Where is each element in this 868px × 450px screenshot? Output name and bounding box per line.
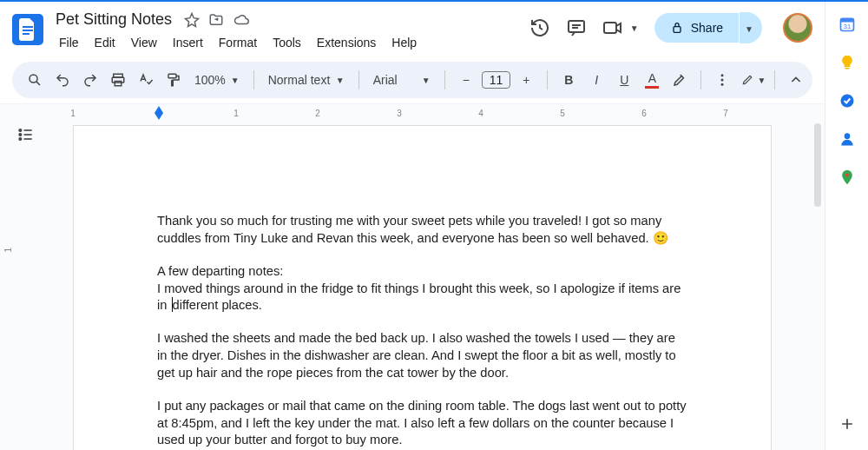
collapse-toolbar-icon[interactable]	[784, 68, 808, 92]
contacts-icon[interactable]	[838, 130, 856, 148]
ruler-num: 4	[478, 109, 483, 118]
meet-icon[interactable]: ▼	[602, 17, 639, 38]
paragraph[interactable]: I put any packages or mail that came on …	[157, 398, 687, 450]
paragraph[interactable]: I washed the sheets and made the bed bac…	[157, 330, 687, 382]
maps-icon[interactable]	[838, 169, 856, 186]
history-icon[interactable]	[529, 17, 550, 38]
editing-mode-icon[interactable]: ▼	[741, 68, 766, 92]
paragraph[interactable]: A few departing notes:I moved things aro…	[157, 263, 687, 315]
svg-point-12	[19, 134, 22, 136]
share-label: Share	[691, 21, 723, 35]
ruler-num: 2	[315, 109, 320, 118]
cloud-status-icon[interactable]	[233, 12, 250, 28]
svg-rect-17	[845, 68, 849, 69]
menu-extensions[interactable]: Extensions	[310, 32, 383, 53]
tasks-icon[interactable]	[838, 92, 856, 109]
search-icon[interactable]	[23, 68, 47, 92]
move-icon[interactable]	[208, 12, 224, 28]
indent-marker-left[interactable]	[155, 113, 163, 120]
menu-file[interactable]: File	[52, 32, 86, 53]
svg-point-20	[845, 173, 848, 176]
underline-icon[interactable]: U	[612, 68, 636, 92]
menu-help[interactable]: Help	[385, 32, 424, 53]
horizontal-ruler[interactable]: 1 1 2 3 4 5 6 7	[73, 104, 799, 118]
svg-rect-15	[840, 18, 853, 22]
svg-point-13	[19, 138, 22, 141]
spellcheck-icon[interactable]	[134, 68, 158, 92]
toolbar: 100%▼ Normal text▼ Arial▼ − 11 + B I U A…	[12, 62, 812, 98]
star-icon[interactable]	[184, 12, 200, 28]
font-value: Arial	[373, 73, 398, 87]
get-addons-icon[interactable]	[838, 415, 856, 433]
paragraph[interactable]: Thank you so much for trusting me with y…	[157, 213, 687, 248]
account-avatar[interactable]	[783, 13, 812, 43]
share-dropdown[interactable]: ▼	[740, 12, 762, 43]
svg-rect-0	[569, 21, 584, 32]
ruler-num: 3	[397, 109, 402, 118]
zoom-value: 100%	[194, 73, 226, 87]
italic-icon[interactable]: I	[584, 68, 608, 92]
highlight-icon[interactable]	[667, 68, 692, 92]
svg-text:31: 31	[843, 23, 850, 30]
vertical-ruler: 1	[3, 127, 17, 450]
svg-rect-2	[674, 27, 681, 33]
menu-format[interactable]: Format	[212, 32, 264, 53]
share-button[interactable]: Share	[654, 13, 739, 43]
doc-title[interactable]: Pet Sitting Notes	[52, 9, 175, 30]
menu-view[interactable]: View	[124, 32, 164, 53]
ruler-num: 1	[70, 109, 76, 118]
style-value: Normal text	[268, 73, 331, 87]
text-color-icon[interactable]: A	[640, 68, 664, 92]
svg-point-10	[721, 83, 724, 86]
zoom-dropdown[interactable]: 100%▼	[189, 73, 245, 87]
document-page[interactable]: Thank you so much for trusting me with y…	[73, 125, 772, 450]
ruler-num: 7	[723, 109, 728, 118]
bold-icon[interactable]: B	[556, 68, 581, 92]
text-cursor	[172, 297, 173, 312]
undo-icon[interactable]	[50, 68, 75, 92]
font-size-input[interactable]: 11	[482, 71, 511, 89]
svg-point-11	[19, 129, 22, 132]
more-icon[interactable]	[710, 68, 734, 92]
print-icon[interactable]	[106, 68, 130, 92]
svg-point-3	[30, 75, 37, 83]
menu-tools[interactable]: Tools	[266, 32, 308, 53]
scrollbar-thumb[interactable]	[814, 123, 821, 207]
svg-point-8	[721, 74, 724, 76]
decrease-font-icon[interactable]: −	[454, 68, 478, 92]
comments-icon[interactable]	[566, 17, 587, 38]
calendar-icon[interactable]: 31	[838, 16, 856, 33]
redo-icon[interactable]	[78, 68, 102, 92]
svg-point-19	[844, 133, 850, 139]
ruler-num: 1	[233, 109, 239, 118]
svg-point-9	[721, 79, 724, 82]
paragraph-style-dropdown[interactable]: Normal text▼	[263, 73, 350, 87]
menu-edit[interactable]: Edit	[88, 32, 122, 53]
svg-rect-7	[168, 74, 176, 78]
font-dropdown[interactable]: Arial▼	[368, 73, 436, 87]
side-panel: 31	[825, 2, 868, 450]
menu-bar: File Edit View Insert Format Tools Exten…	[52, 32, 521, 53]
increase-font-icon[interactable]: +	[514, 68, 538, 92]
menu-insert[interactable]: Insert	[166, 32, 210, 53]
ruler-num: 6	[641, 109, 647, 118]
ruler-num: 5	[560, 109, 565, 118]
docs-logo[interactable]	[12, 14, 43, 45]
svg-rect-1	[604, 23, 616, 33]
paint-format-icon[interactable]	[161, 68, 186, 92]
keep-icon[interactable]	[838, 54, 856, 71]
indent-marker-first[interactable]	[155, 106, 163, 113]
